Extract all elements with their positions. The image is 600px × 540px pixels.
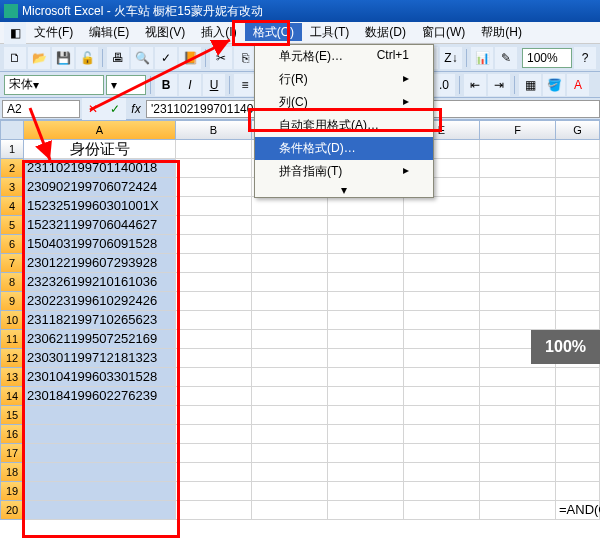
row-header[interactable]: 5 <box>0 216 24 235</box>
cell[interactable] <box>176 235 252 254</box>
cell[interactable] <box>328 387 404 406</box>
cell[interactable] <box>480 197 556 216</box>
cell[interactable] <box>556 178 600 197</box>
select-all-corner[interactable] <box>0 120 24 140</box>
cell[interactable] <box>480 216 556 235</box>
cell[interactable] <box>252 463 328 482</box>
cell[interactable] <box>24 425 176 444</box>
fill-color-icon[interactable]: 🪣 <box>543 74 565 96</box>
cell[interactable]: 230301199712181323 <box>24 349 176 368</box>
cell[interactable] <box>328 463 404 482</box>
cell[interactable] <box>176 425 252 444</box>
menu-edit[interactable]: 编辑(E) <box>81 23 137 41</box>
name-box[interactable]: A2 <box>2 100 80 118</box>
row-header[interactable]: 12 <box>0 349 24 368</box>
cell[interactable] <box>556 425 600 444</box>
research-icon[interactable]: 📙 <box>179 47 201 69</box>
cell[interactable] <box>328 197 404 216</box>
cell[interactable] <box>480 235 556 254</box>
inc-indent-icon[interactable]: ⇥ <box>488 74 510 96</box>
cell[interactable] <box>328 349 404 368</box>
cell[interactable] <box>176 178 252 197</box>
cell[interactable] <box>252 330 328 349</box>
cell[interactable] <box>480 406 556 425</box>
cell[interactable] <box>252 368 328 387</box>
cell[interactable] <box>404 425 480 444</box>
cell[interactable] <box>176 463 252 482</box>
menu-expand-icon[interactable]: ▾ <box>255 183 433 197</box>
font-name-select[interactable]: 宋体 ▾ <box>4 75 104 95</box>
cell[interactable] <box>328 482 404 501</box>
cell[interactable] <box>328 254 404 273</box>
cell[interactable] <box>404 349 480 368</box>
cell[interactable] <box>252 292 328 311</box>
row-header[interactable]: 7 <box>0 254 24 273</box>
cell[interactable] <box>328 330 404 349</box>
cell[interactable] <box>176 197 252 216</box>
cell[interactable]: 15232519960301001X <box>24 197 176 216</box>
print-icon[interactable]: 🖶 <box>107 47 129 69</box>
cell[interactable] <box>480 501 556 520</box>
open-icon[interactable]: 📂 <box>28 47 50 69</box>
cell[interactable] <box>480 425 556 444</box>
cell[interactable] <box>328 311 404 330</box>
cell[interactable] <box>252 235 328 254</box>
row-header[interactable]: 10 <box>0 311 24 330</box>
sort-desc-icon[interactable]: Z↓ <box>440 47 462 69</box>
font-color-icon[interactable]: A <box>567 74 589 96</box>
cell[interactable] <box>556 235 600 254</box>
row-header[interactable]: 18 <box>0 463 24 482</box>
menu-item[interactable]: 自动套用格式(A)… <box>255 114 433 137</box>
dec-indent-icon[interactable]: ⇤ <box>464 74 486 96</box>
cell[interactable] <box>176 311 252 330</box>
cell[interactable] <box>24 501 176 520</box>
col-header[interactable]: G <box>556 120 600 140</box>
cell[interactable] <box>176 387 252 406</box>
cell[interactable] <box>24 463 176 482</box>
drawing-icon[interactable]: ✎ <box>495 47 517 69</box>
cell[interactable] <box>252 406 328 425</box>
cell[interactable] <box>24 482 176 501</box>
borders-icon[interactable]: ▦ <box>519 74 541 96</box>
row-header[interactable]: 16 <box>0 425 24 444</box>
cell[interactable] <box>252 387 328 406</box>
cell[interactable] <box>252 273 328 292</box>
cell[interactable] <box>480 482 556 501</box>
cell[interactable] <box>480 273 556 292</box>
menu-item[interactable]: 单元格(E)…Ctrl+1 <box>255 45 433 68</box>
cell[interactable] <box>404 292 480 311</box>
bold-icon[interactable]: B <box>155 74 177 96</box>
cell[interactable]: 230184199602276239 <box>24 387 176 406</box>
cell[interactable] <box>480 159 556 178</box>
cell[interactable] <box>556 387 600 406</box>
cell[interactable] <box>556 254 600 273</box>
save-icon[interactable]: 💾 <box>52 47 74 69</box>
menu-format[interactable]: 格式(O) <box>245 23 302 41</box>
menu-item[interactable]: 拼音指南(T)▸ <box>255 160 433 183</box>
cell[interactable] <box>556 292 600 311</box>
cell[interactable] <box>176 406 252 425</box>
cell[interactable] <box>404 273 480 292</box>
cell[interactable] <box>176 292 252 311</box>
row-header[interactable]: 20 <box>0 501 24 520</box>
cell[interactable] <box>176 140 252 159</box>
cell[interactable]: =AND(COUN <box>556 501 600 520</box>
cell[interactable] <box>556 406 600 425</box>
permission-icon[interactable]: 🔓 <box>76 47 98 69</box>
menu-item[interactable]: 列(C)▸ <box>255 91 433 114</box>
cell[interactable] <box>556 482 600 501</box>
cell[interactable] <box>328 368 404 387</box>
menu-item[interactable]: 行(R)▸ <box>255 68 433 91</box>
cell[interactable] <box>404 311 480 330</box>
cell[interactable]: 230104199603301528 <box>24 368 176 387</box>
cell[interactable] <box>480 368 556 387</box>
cell[interactable] <box>176 368 252 387</box>
row-header[interactable]: 14 <box>0 387 24 406</box>
cell[interactable] <box>404 406 480 425</box>
cell[interactable]: 230122199607293928 <box>24 254 176 273</box>
cell[interactable]: 150403199706091528 <box>24 235 176 254</box>
cell[interactable]: 230902199706072424 <box>24 178 176 197</box>
cell[interactable] <box>556 444 600 463</box>
cell[interactable] <box>176 273 252 292</box>
row-header[interactable]: 4 <box>0 197 24 216</box>
